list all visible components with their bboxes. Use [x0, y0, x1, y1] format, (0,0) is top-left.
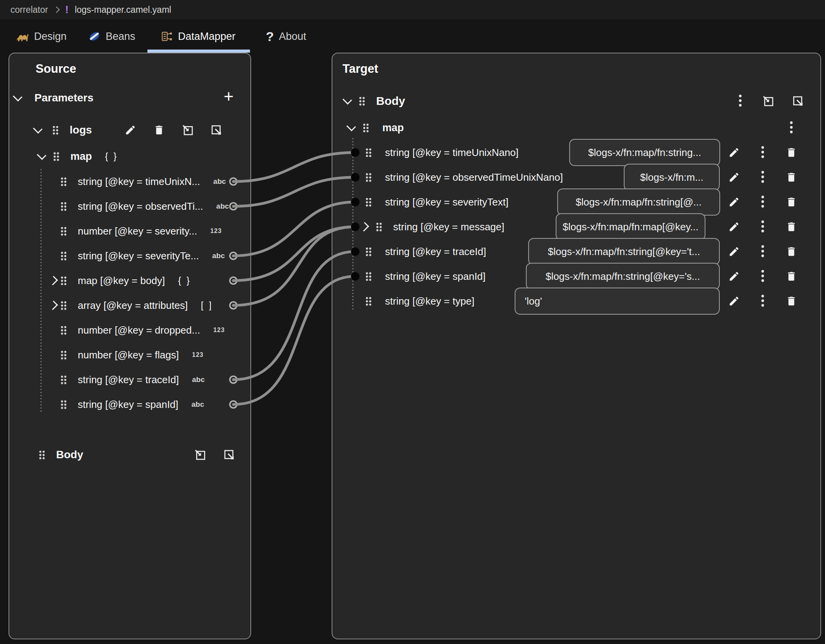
source-field-row[interactable]: string [@key = observedTi... abc	[50, 194, 229, 219]
chevron-down-icon[interactable]	[13, 92, 22, 102]
drag-handle-icon[interactable]	[60, 400, 67, 409]
detach-schema-button[interactable]	[207, 121, 225, 139]
expression-input[interactable]: $logs-x/fn:map/fn:map[@key...	[556, 213, 705, 240]
breadcrumb-project[interactable]: correlator	[10, 5, 48, 15]
delete-mapping-button[interactable]	[782, 243, 800, 260]
drag-handle-icon[interactable]	[363, 123, 369, 133]
chevron-right-icon[interactable]	[48, 301, 58, 310]
target-field-row[interactable]: string [@key = severityText]	[365, 190, 508, 214]
delete-parameter-button[interactable]	[150, 121, 168, 139]
drag-handle-icon[interactable]	[365, 197, 372, 207]
chevron-right-icon[interactable]	[48, 276, 58, 286]
target-body-menu-button[interactable]	[731, 92, 749, 110]
expression-input[interactable]: $logs-x/fn:map/fn:string[@key='s...	[526, 263, 720, 290]
drag-handle-icon[interactable]	[365, 148, 372, 158]
source-field-row[interactable]: number [@key = dropped... 123	[50, 318, 225, 343]
source-field-row[interactable]: string [@key = traceId] abc	[50, 367, 205, 392]
drag-handle-icon[interactable]	[60, 325, 67, 335]
target-field-row-message[interactable]: string [@key = message]	[361, 214, 504, 239]
target-field-row[interactable]: string [@key = observedTimeUnixNano]	[365, 165, 563, 190]
row-menu-button[interactable]	[754, 243, 772, 260]
row-menu-button[interactable]	[754, 144, 772, 161]
target-field-row[interactable]: string [@key = timeUnixNano]	[365, 140, 519, 165]
tab-design[interactable]: Design	[16, 21, 67, 52]
tab-beans[interactable]: Beans	[88, 21, 135, 52]
attach-schema-button[interactable]	[179, 121, 197, 139]
delete-mapping-button[interactable]	[782, 144, 800, 161]
source-field-row-body[interactable]: map [@key = body] { }	[50, 268, 191, 293]
drag-handle-icon[interactable]	[365, 296, 372, 306]
expression-input[interactable]: $logs-x/fn:map/fn:string[@key='t...	[528, 238, 720, 265]
source-field-label: string [@key = spanId]	[78, 399, 178, 411]
edit-parameter-button[interactable]	[122, 121, 139, 139]
drag-handle-icon[interactable]	[52, 125, 59, 135]
row-menu-button[interactable]	[754, 292, 772, 310]
detach-body-schema-button[interactable]	[220, 446, 238, 464]
edit-expression-button[interactable]	[725, 193, 743, 211]
drag-handle-icon[interactable]	[359, 96, 365, 106]
delete-mapping-button[interactable]	[782, 218, 800, 236]
source-field-row-attributes[interactable]: array [@key = attributes] [ ]	[50, 293, 213, 318]
delete-mapping-button[interactable]	[782, 168, 800, 186]
source-body-section[interactable]: Body	[39, 442, 83, 467]
chevron-down-icon[interactable]	[342, 95, 352, 105]
attach-body-schema-button[interactable]	[191, 446, 209, 464]
drag-handle-icon[interactable]	[39, 450, 45, 460]
expression-input[interactable]: $logs-x/fn:map/fn:string[@...	[557, 188, 720, 216]
row-menu-button[interactable]	[754, 267, 772, 285]
target-attach-schema-button[interactable]	[759, 92, 777, 110]
source-field-row[interactable]: number [@key = flags] 123	[50, 343, 204, 367]
target-field-label: string [@key = observedTimeUnixNano]	[385, 171, 563, 183]
source-field-row[interactable]: number [@key = severity... 123	[50, 219, 222, 243]
delete-mapping-button[interactable]	[782, 292, 800, 310]
row-menu-button[interactable]	[754, 168, 772, 186]
edit-expression-button[interactable]	[725, 168, 743, 186]
target-field-row[interactable]: string [@key = traceId]	[365, 239, 486, 264]
source-field-row[interactable]: string [@key = spanId] abc	[50, 392, 204, 417]
target-body-row[interactable]: Body	[344, 89, 405, 113]
edit-expression-button[interactable]	[725, 267, 743, 285]
source-field-row[interactable]: string [@key = severityTe... abc	[50, 243, 225, 268]
expression-input[interactable]: $logs-x/fn:map/fn:string...	[569, 139, 720, 166]
expression-input[interactable]: 'log'	[515, 288, 720, 315]
target-map-row[interactable]: map	[347, 115, 404, 140]
delete-mapping-button[interactable]	[782, 193, 800, 211]
chevron-down-icon[interactable]	[37, 151, 46, 160]
source-map-row[interactable]: map { }	[38, 144, 118, 169]
drag-handle-icon[interactable]	[60, 350, 67, 360]
type-badge-string: abc	[212, 252, 225, 260]
target-detach-schema-button[interactable]	[789, 92, 807, 110]
parameter-logs-row[interactable]: logs	[34, 118, 92, 142]
target-map-menu-button[interactable]	[782, 119, 800, 137]
edit-expression-button[interactable]	[725, 144, 743, 161]
edit-expression-button[interactable]	[725, 243, 743, 260]
drag-handle-icon[interactable]	[376, 222, 382, 232]
drag-handle-icon[interactable]	[60, 202, 67, 211]
drag-handle-icon[interactable]	[365, 173, 372, 182]
drag-handle-icon[interactable]	[60, 251, 67, 261]
edit-expression-button[interactable]	[725, 292, 743, 310]
drag-handle-icon[interactable]	[60, 301, 67, 310]
drag-handle-icon[interactable]	[60, 226, 67, 236]
parameters-section-header[interactable]: Parameters	[14, 86, 94, 110]
expression-input[interactable]: $logs-x/fn:m...	[624, 164, 720, 191]
chevron-down-icon[interactable]	[33, 124, 43, 134]
source-field-row[interactable]: string [@key = timeUnixN... abc	[50, 169, 226, 194]
tab-about[interactable]: ? About	[266, 21, 306, 52]
drag-handle-icon[interactable]	[60, 276, 67, 286]
chevron-down-icon[interactable]	[346, 122, 356, 132]
drag-handle-icon[interactable]	[60, 177, 67, 187]
chevron-right-icon[interactable]	[359, 222, 369, 232]
drag-handle-icon[interactable]	[365, 272, 372, 281]
add-parameter-button[interactable]: +	[224, 89, 234, 104]
target-field-row[interactable]: string [@key = spanId]	[365, 264, 486, 289]
drag-handle-icon[interactable]	[53, 152, 60, 161]
target-field-row[interactable]: string [@key = type]	[365, 289, 474, 313]
drag-handle-icon[interactable]	[60, 375, 67, 385]
edit-expression-button[interactable]	[725, 218, 743, 236]
row-menu-button[interactable]	[754, 218, 772, 236]
drag-handle-icon[interactable]	[365, 247, 372, 257]
delete-mapping-button[interactable]	[782, 267, 800, 285]
tab-datamapper[interactable]: DataMapper	[161, 21, 236, 52]
row-menu-button[interactable]	[754, 193, 772, 211]
